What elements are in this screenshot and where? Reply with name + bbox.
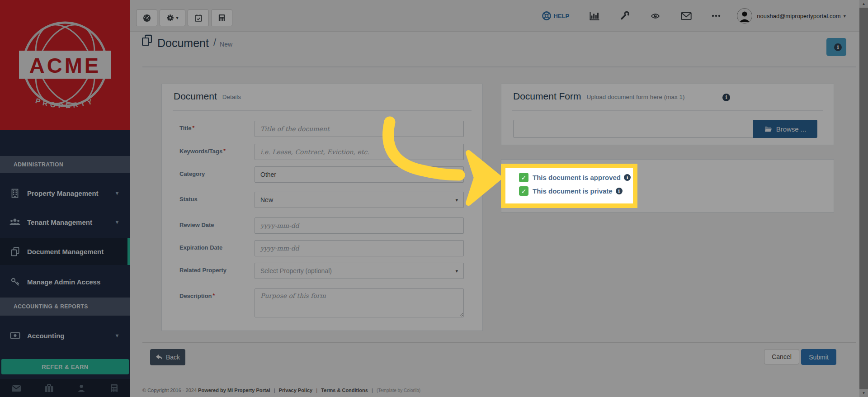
settings-button[interactable]: ▾ xyxy=(160,9,185,26)
gauge-icon xyxy=(143,14,151,22)
panel-title: Document Form xyxy=(513,91,581,101)
info-icon: i xyxy=(722,94,730,101)
sidebar-item-manage-admin-access[interactable]: Manage Admin Access xyxy=(0,269,130,295)
caret-down-icon: ▾ xyxy=(455,172,458,178)
app-window: ACME PROPERTY ADMINISTRATION Property Ma… xyxy=(0,0,868,397)
content-divider xyxy=(142,342,856,343)
brand-logo[interactable]: ACME PROPERTY xyxy=(0,0,130,130)
privacy-policy-link[interactable]: Privacy Policy xyxy=(279,388,313,393)
caret-down-icon: ▾ xyxy=(455,197,458,203)
sidebar-footer-bar xyxy=(0,379,130,397)
calculator-icon xyxy=(218,14,225,22)
description-textarea[interactable] xyxy=(255,288,464,317)
check-icon: ✓ xyxy=(521,188,527,195)
expiration-date-input[interactable] xyxy=(255,240,464,256)
info-icon: i xyxy=(616,188,623,194)
sidebar-item-label: Property Management xyxy=(27,189,99,197)
help-label: HELP xyxy=(554,13,570,19)
user-avatar[interactable] xyxy=(737,8,752,24)
bar-chart-icon[interactable] xyxy=(589,11,600,21)
review-date-label: Review Date xyxy=(179,222,252,228)
dashboard-button[interactable] xyxy=(136,9,157,26)
panel-subtitle: Details xyxy=(222,94,241,100)
quick-tools: ▾ xyxy=(136,9,232,26)
briefcase-icon[interactable] xyxy=(33,384,65,392)
brand-name: ACME xyxy=(29,53,101,77)
document-form-panel: Document Form Upload document form here … xyxy=(501,84,834,145)
caret-down-icon: ▾ xyxy=(455,268,458,274)
ellipsis-icon[interactable] xyxy=(712,14,721,17)
info-icon: i xyxy=(624,174,631,181)
copyright-text: © Copyright 2016 - 2024 xyxy=(142,388,197,393)
approved-checkbox[interactable]: ✓ xyxy=(519,173,528,182)
chevron-down-icon: ▾ xyxy=(116,219,118,225)
status-select[interactable]: New ▾ xyxy=(255,192,464,208)
sidebar: ACME PROPERTY ADMINISTRATION Property Ma… xyxy=(0,0,130,397)
gear-icon xyxy=(166,14,174,22)
description-label: Description* xyxy=(179,293,252,299)
submit-button[interactable]: Submit xyxy=(801,349,836,365)
user-icon[interactable] xyxy=(65,384,98,392)
calendar-check-icon xyxy=(194,14,203,22)
folder-open-icon xyxy=(764,126,772,132)
review-date-input[interactable] xyxy=(255,217,464,234)
sidebar-item-label: Tenant Management xyxy=(27,218,92,226)
calendar-button[interactable] xyxy=(188,9,209,26)
header-divider xyxy=(142,66,856,67)
users-icon xyxy=(9,217,21,227)
wrench-icon[interactable] xyxy=(620,11,630,21)
back-button[interactable]: Back xyxy=(150,349,185,365)
approved-checkbox-label: This document is approved xyxy=(533,174,621,181)
private-checkbox[interactable]: ✓ xyxy=(519,186,528,196)
title-input[interactable] xyxy=(255,121,464,137)
category-select[interactable]: Other ▾ xyxy=(255,166,464,183)
panel-divider xyxy=(512,110,823,111)
breadcrumb-separator: / xyxy=(213,37,216,48)
sidebar-item-label: Document Management xyxy=(27,248,104,255)
eye-icon[interactable] xyxy=(650,12,661,20)
scroll-down-button[interactable]: ▼ xyxy=(859,389,868,397)
sidebar-item-property-management[interactable]: Property Management ▾ xyxy=(0,180,130,206)
check-icon: ✓ xyxy=(521,174,527,181)
sidebar-item-accounting[interactable]: Accounting ▾ xyxy=(0,322,130,349)
money-icon xyxy=(9,331,21,340)
envelope-icon[interactable] xyxy=(681,12,692,20)
document-details-panel: Document Details Title* Keywords/Tags* C… xyxy=(161,84,483,331)
panel-title: Document xyxy=(174,91,217,101)
sidebar-item-label: Manage Admin Access xyxy=(27,278,100,286)
refer-earn-button[interactable]: REFER & EARN xyxy=(1,359,129,374)
top-toolbar: ▾ HELP xyxy=(130,0,859,32)
user-menu[interactable]: noushad@mipropertyportal.com xyxy=(757,13,840,19)
sidebar-item-tenant-management[interactable]: Tenant Management ▾ xyxy=(0,209,130,235)
chevron-down-icon[interactable]: ▾ xyxy=(843,13,846,19)
related-property-select[interactable]: Select Property (optional) ▾ xyxy=(255,263,464,279)
documents-icon xyxy=(141,34,153,48)
sidebar-item-document-management[interactable]: Document Management xyxy=(0,238,130,265)
chevron-down-icon: ▾ xyxy=(116,332,118,339)
page-info-button[interactable]: i xyxy=(826,38,846,56)
calculator-button[interactable] xyxy=(211,9,232,26)
building-icon xyxy=(9,189,21,198)
powered-by-text: Powered by MI Property Portal xyxy=(198,388,270,393)
cancel-button[interactable]: Cancel xyxy=(764,349,799,364)
private-checkbox-row: ✓ This document is private i xyxy=(519,186,623,196)
panel-subtitle: Upload document form here (max 1) xyxy=(587,94,685,100)
calculator-icon[interactable] xyxy=(98,384,130,392)
topbar-actions: HELP noushad@mipropertyportal.com ▾ xyxy=(542,0,846,32)
page-title: Document xyxy=(157,38,209,49)
scrollbar-thumb[interactable] xyxy=(859,8,868,389)
info-icon: i xyxy=(834,43,842,51)
private-checkbox-label: This document is private xyxy=(533,187,613,195)
scroll-up-button[interactable]: ▲ xyxy=(859,0,868,8)
file-upload-input[interactable] xyxy=(513,120,753,138)
help-button[interactable]: HELP xyxy=(542,11,570,21)
category-label: Category xyxy=(179,170,252,177)
browse-button[interactable]: Browse ... xyxy=(753,120,817,138)
keywords-input[interactable] xyxy=(255,144,464,160)
breadcrumb-page: New xyxy=(220,41,232,48)
status-label: Status xyxy=(179,196,252,203)
terms-link[interactable]: Terms & Conditions xyxy=(321,388,368,393)
envelope-icon[interactable] xyxy=(0,384,33,392)
vertical-scrollbar: ▲ ▼ xyxy=(859,0,868,397)
sidebar-section-accounting-reports: ACCOUNTING & REPORTS xyxy=(0,298,130,316)
